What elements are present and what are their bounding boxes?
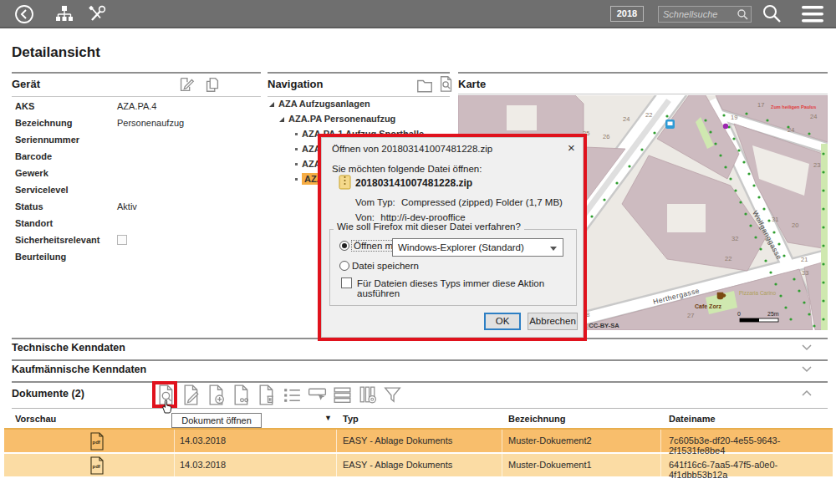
rows-view-icon[interactable]	[332, 384, 353, 406]
copy-icon[interactable]	[203, 75, 222, 94]
add-document-icon[interactable]	[206, 384, 227, 406]
document-search-icon[interactable]	[437, 74, 456, 93]
column-header-vorschau[interactable]: Vorschau	[15, 414, 56, 424]
section-dokumente[interactable]: Dokumente (2)	[12, 388, 84, 400]
column-separator	[174, 430, 175, 476]
table-row[interactable]: pdf 14.03.2018 EASY - Ablage Dokuments M…	[4, 454, 833, 476]
sitemap-icon[interactable]	[54, 3, 75, 25]
svg-text:pdf: pdf	[93, 464, 101, 469]
back-icon[interactable]	[13, 3, 35, 25]
svg-text:32: 32	[732, 235, 738, 242]
dialog-title: Öffnen von 201803141007481228.zip	[332, 144, 492, 154]
svg-text:27: 27	[687, 312, 694, 319]
cell-date: 14.03.2018	[180, 460, 226, 470]
page-title: Detailansicht	[12, 44, 100, 61]
column-separator	[502, 430, 502, 476]
svg-text:0: 0	[737, 311, 741, 317]
divider	[12, 381, 828, 383]
edit-document-icon[interactable]	[181, 384, 202, 406]
open-with-radio[interactable]	[339, 241, 349, 251]
poi-label-paulus: Zum heiligen Paulus	[771, 104, 816, 109]
cell-date: 14.03.2018	[180, 435, 226, 445]
svg-text:24: 24	[788, 126, 794, 134]
pdf-icon[interactable]: pdf	[89, 456, 104, 475]
column-settings-icon[interactable]	[357, 384, 378, 406]
edit-document-icon[interactable]	[177, 75, 196, 94]
chevron-down-icon[interactable]	[801, 365, 813, 373]
type-value: Compressed (zipped) Folder (1,7 MB)	[401, 197, 563, 207]
filter-icon[interactable]	[382, 384, 403, 406]
field-label: Status	[15, 201, 117, 211]
field-label: Seriennummer	[15, 135, 117, 145]
year-selector[interactable]: 2018	[610, 6, 644, 22]
column-separator	[336, 430, 337, 476]
sicherheitsrelevant-checkbox[interactable]	[117, 235, 127, 245]
ok-button[interactable]: OK	[484, 313, 521, 330]
documents-toolbar	[156, 384, 403, 406]
svg-text:22: 22	[645, 111, 652, 119]
field-label: Barcode	[15, 151, 117, 161]
download-dialog: Öffnen von 201803141007481228.zip × Sie …	[321, 137, 584, 338]
pdf-icon[interactable]: pdf	[89, 432, 104, 451]
list-view-icon[interactable]	[282, 384, 303, 406]
cell-typ: EASY - Ablage Dokuments	[343, 435, 452, 445]
svg-text:19: 19	[731, 114, 737, 121]
tools-icon[interactable]	[86, 3, 108, 25]
geraet-panel-border	[12, 72, 261, 74]
dialog-type-line: Vom Typ: Compressed (zipped) Folder (1,7…	[355, 197, 563, 207]
field-seriennummer: Seriennummer	[15, 135, 261, 151]
karte-header-divider	[458, 94, 828, 94]
field-label: Gewerk	[15, 168, 117, 178]
svg-text:20: 20	[792, 221, 798, 229]
quick-search	[658, 6, 752, 23]
column-header-bezeichnung[interactable]: Bezeichnung	[508, 414, 565, 424]
svg-text:31: 31	[772, 216, 778, 223]
section-technische[interactable]: Technische Kenndaten	[12, 342, 125, 354]
save-file-radio[interactable]	[339, 261, 349, 271]
field-value: Personenaufzug	[117, 118, 184, 128]
expand-icon[interactable]	[269, 102, 274, 107]
tree-item[interactable]: AZA.PA Personenaufzug	[279, 114, 395, 127]
save-file-label[interactable]: Datei speichern	[352, 261, 419, 271]
field-gewerk: Gewerk	[15, 168, 261, 185]
delete-document-icon[interactable]	[257, 384, 278, 406]
svg-text:24: 24	[810, 113, 817, 120]
open-with-dropdown[interactable]: Windows-Explorer (Standard)	[392, 238, 563, 257]
detach-document-icon[interactable]	[232, 384, 252, 406]
tree-item-label: AZA.PA Personenaufzug	[288, 114, 395, 124]
cell-dateiname: 7c605b3e-df20-4e55-9643-2f1531fe8be4	[669, 435, 833, 456]
svg-text:22: 22	[725, 255, 732, 262]
navigation-panel-border	[268, 72, 450, 74]
always-action-checkbox[interactable]	[341, 277, 352, 288]
cancel-button[interactable]: Abbrechen	[528, 313, 578, 330]
chevron-down-icon[interactable]	[801, 344, 813, 351]
global-search-icon[interactable]	[760, 3, 783, 26]
field-bezeichnung: BezeichnungPersonenaufzug	[15, 118, 261, 135]
select-table-icon[interactable]	[307, 384, 328, 406]
table-row[interactable]: pdf 14.03.2018 EASY - Ablage Dokuments M…	[4, 430, 833, 452]
chevron-up-icon[interactable]	[801, 389, 813, 397]
field-aks: AKSAZA.PA.4	[15, 101, 261, 118]
chevron-down-icon	[550, 247, 557, 251]
expand-icon[interactable]	[279, 117, 284, 122]
poi-label-cafe: Cafe Zorz	[695, 303, 721, 309]
field-beurteilung: Beurteilung	[15, 252, 261, 268]
close-icon[interactable]: ×	[568, 142, 575, 154]
field-sicherheitsrelevant: Sicherheitsrelevant	[15, 235, 261, 252]
folder-icon[interactable]	[415, 76, 434, 94]
field-value: AZA.PA.4	[117, 101, 156, 111]
svg-text:23: 23	[813, 161, 820, 169]
always-action-label[interactable]: Für Dateien dieses Typs immer diese Akti…	[357, 278, 583, 298]
svg-text:pdf: pdf	[93, 440, 101, 445]
column-header-dateiname[interactable]: Dateiname	[669, 414, 716, 424]
sort-indicator-icon[interactable]: ▼	[324, 414, 332, 422]
type-label: Vom Typ:	[355, 197, 395, 207]
section-kaufmaennische[interactable]: Kaufmännische Kenndaten	[12, 364, 146, 375]
tree-item[interactable]: AZA Aufzugsanlagen	[269, 99, 370, 112]
field-value: Aktiv	[117, 201, 137, 211]
search-input[interactable]	[661, 8, 735, 21]
column-header-typ[interactable]: Typ	[343, 414, 359, 424]
menu-icon[interactable]	[801, 5, 824, 23]
search-icon[interactable]	[737, 8, 749, 21]
field-label: AKS	[15, 101, 117, 111]
